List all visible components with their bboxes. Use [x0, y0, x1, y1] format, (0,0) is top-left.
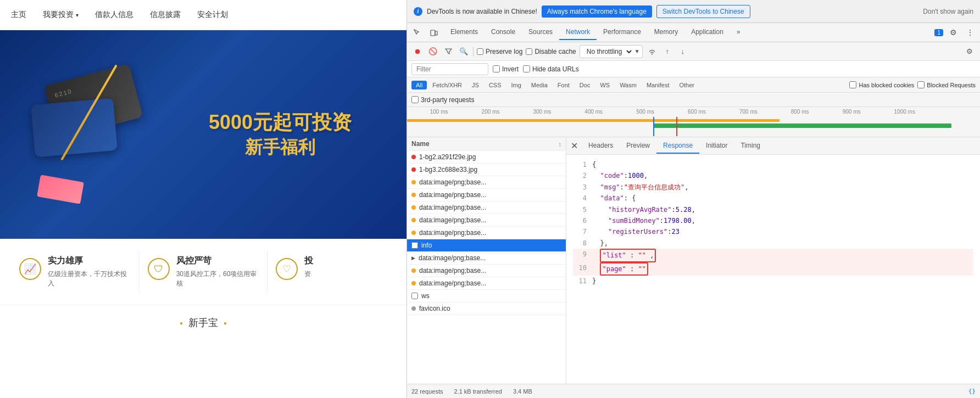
strength-icon: 📈: [19, 258, 41, 280]
inspect-icon[interactable]: [410, 25, 424, 40]
hide-data-urls-checkbox[interactable]: [523, 65, 530, 72]
list-item[interactable]: 1-bg2.a291f29e.jpg: [407, 151, 566, 164]
mark-200ms: 200 ms: [482, 109, 500, 115]
clear-button[interactable]: 🚫: [427, 46, 439, 58]
tab-headers[interactable]: Headers: [582, 138, 620, 154]
type-js[interactable]: JS: [467, 81, 483, 89]
type-ws[interactable]: WS: [595, 81, 614, 89]
filter-icon-btn[interactable]: [442, 46, 454, 58]
blocked-requests-checkbox[interactable]: [917, 81, 925, 88]
file-status-dot: [411, 193, 416, 197]
mark-1000ms: 1000 ms: [894, 109, 915, 115]
tab-response[interactable]: Response: [656, 138, 699, 154]
list-item[interactable]: data:image/png;base...: [407, 214, 566, 227]
nav-disclosure[interactable]: 信息披露: [150, 10, 181, 20]
invest-icon: ♡: [276, 258, 298, 280]
feature-risk: 🛡 风控严苛 30道风控工序，60项信用审核: [140, 250, 268, 294]
tab-timing[interactable]: Timing: [734, 138, 767, 154]
card2: [31, 98, 118, 158]
list-item[interactable]: data:image/png;base...: [407, 201, 566, 214]
tab-elements[interactable]: Elements: [444, 25, 485, 40]
json-line-highlighted: 10 "page" : "": [573, 262, 973, 276]
list-item[interactable]: data:image/png;base...: [407, 176, 566, 189]
type-all[interactable]: All: [411, 81, 427, 89]
upload-icon[interactable]: ↑: [661, 46, 673, 58]
list-item-info[interactable]: info: [407, 239, 566, 252]
disable-cache-label[interactable]: Disable cache: [526, 48, 576, 55]
type-media[interactable]: Media: [527, 81, 552, 89]
tab-network[interactable]: Network: [559, 25, 597, 40]
resize-handle[interactable]: ↕: [559, 141, 562, 147]
throttle-select[interactable]: No throttling Fast 3G Slow 3G Offline: [582, 46, 633, 57]
list-item-ws[interactable]: ws: [407, 290, 566, 302]
tab-sources[interactable]: Sources: [522, 25, 559, 40]
list-item[interactable]: 1-bg3.2c688e33.jpg: [407, 164, 566, 176]
tab-memory[interactable]: Memory: [648, 25, 684, 40]
type-img[interactable]: Img: [507, 81, 526, 89]
tab-console[interactable]: Console: [485, 25, 522, 40]
invert-checkbox[interactable]: [493, 65, 500, 72]
tab-preview[interactable]: Preview: [620, 138, 656, 154]
file-list-title: Name: [411, 140, 430, 148]
device-icon[interactable]: [427, 25, 441, 40]
lang-bar: i DevTools is now available in Chinese! …: [407, 0, 980, 23]
tab-application[interactable]: Application: [684, 25, 730, 40]
filter-input[interactable]: [411, 63, 488, 75]
list-item[interactable]: ▶ data:image/png;base...: [407, 252, 566, 265]
has-blocked-checkbox[interactable]: [849, 81, 856, 88]
nav-borrower[interactable]: 借款人信息: [95, 10, 133, 20]
json-line: 8 },: [573, 238, 973, 249]
preserve-log-label[interactable]: Preserve log: [477, 48, 522, 55]
type-other[interactable]: Other: [675, 81, 699, 89]
list-item[interactable]: data:image/png;base...: [407, 189, 566, 201]
timeline-marker-red: [676, 117, 677, 136]
tab-more[interactable]: »: [730, 25, 747, 40]
third-party-label[interactable]: 3rd-party requests: [411, 96, 474, 104]
file-checkbox[interactable]: [411, 242, 418, 249]
line-num: 9: [573, 249, 587, 260]
record-button[interactable]: ⏺: [411, 46, 424, 58]
download-icon[interactable]: ↓: [677, 46, 689, 58]
type-manifest[interactable]: Manifest: [642, 81, 674, 89]
settings-icon[interactable]: ⚙: [946, 25, 960, 40]
more-options-icon[interactable]: ⋮: [963, 25, 977, 40]
tab-initiator[interactable]: Initiator: [699, 138, 734, 154]
search-button[interactable]: 🔍: [458, 46, 470, 58]
features-section: 📈 实力雄厚 亿级注册资本，千万技术投入 🛡 风控严苛 30道风控工序，60项信…: [0, 239, 407, 305]
svg-rect-0: [431, 30, 435, 36]
tab-performance[interactable]: Performance: [597, 25, 648, 40]
nav-invest[interactable]: 我要投资: [43, 10, 79, 20]
list-item[interactable]: data:image/png;base...: [407, 227, 566, 239]
file-checkbox-ws[interactable]: [411, 293, 418, 299]
match-language-button[interactable]: Always match Chrome's language: [542, 5, 652, 18]
type-font[interactable]: Font: [553, 81, 574, 89]
requests-count: 22 requests: [411, 388, 443, 395]
blocked-requests-label[interactable]: Blocked Requests: [917, 81, 976, 88]
type-css[interactable]: CSS: [485, 81, 506, 89]
file-status-dot: [411, 231, 416, 235]
hide-data-urls-label[interactable]: Hide data URLs: [523, 65, 579, 73]
info-icon: i: [414, 7, 422, 16]
top-nav: 主页 我要投资 借款人信息 信息披露 安全计划: [0, 0, 407, 30]
switch-language-button[interactable]: Switch DevTools to Chinese: [656, 5, 750, 18]
file-name: data:image/png;base...: [419, 178, 561, 186]
preserve-log-checkbox[interactable]: [477, 48, 483, 55]
dont-show-label[interactable]: Don't show again: [923, 8, 973, 15]
third-party-checkbox[interactable]: [411, 96, 419, 103]
has-blocked-label[interactable]: Has blocked cookies: [849, 81, 914, 88]
settings-network-icon[interactable]: ⚙: [964, 46, 976, 58]
wifi-icon[interactable]: [646, 46, 658, 58]
list-item[interactable]: data:image/png;base...: [407, 277, 566, 290]
list-item-favicon[interactable]: favicon.ico: [407, 302, 566, 315]
nav-home[interactable]: 主页: [11, 10, 26, 20]
invert-label[interactable]: Invert: [493, 65, 519, 73]
type-wasm[interactable]: Wasm: [615, 81, 641, 89]
type-fetch-xhr[interactable]: Fetch/XHR: [428, 81, 466, 89]
close-panel-button[interactable]: ✕: [566, 138, 582, 154]
file-name: 1-bg3.2c688e33.jpg: [419, 166, 561, 173]
nav-safety[interactable]: 安全计划: [197, 10, 228, 20]
throttle-arrow: ▼: [634, 48, 640, 54]
disable-cache-checkbox[interactable]: [526, 48, 532, 55]
list-item[interactable]: data:image/png;base...: [407, 265, 566, 277]
type-doc[interactable]: Doc: [575, 81, 595, 89]
